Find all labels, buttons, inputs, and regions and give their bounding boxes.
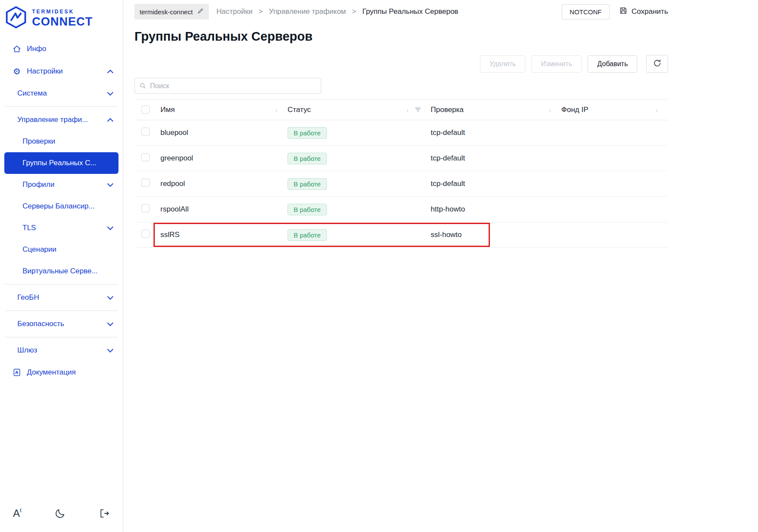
column-label: Фонд IP — [561, 106, 588, 114]
table-row[interactable]: sslRSВ работеssl-howto — [134, 222, 668, 248]
sort-icon[interactable]: ↓ — [549, 106, 552, 113]
divider — [5, 106, 118, 107]
sort-icon[interactable]: ↓ — [656, 106, 659, 113]
status-badge: В работе — [288, 153, 327, 164]
chevron-up-icon — [107, 68, 113, 74]
table-row[interactable]: bluepoolВ работеtcp-default — [134, 120, 668, 146]
sidebar-item-gateway[interactable]: Шлюз — [4, 340, 118, 361]
row-checkbox-cell — [141, 179, 160, 189]
termidesk-logo-icon — [4, 6, 28, 31]
chevron-down-icon — [107, 225, 113, 231]
sidebar-nav: Инфо ⚙ Настройки Система Управление траф… — [0, 37, 123, 500]
chevron-down-icon — [107, 182, 113, 188]
sidebar-item-label: Сценарии — [22, 245, 113, 254]
select-all-checkbox[interactable] — [141, 106, 150, 114]
sidebar-item-security[interactable]: Безопасность — [4, 313, 118, 335]
sort-icon[interactable]: ↓ — [275, 106, 278, 113]
pencil-icon — [197, 8, 204, 16]
instance-chip[interactable]: termidesk-connect — [134, 4, 209, 19]
table-row[interactable]: greenpoolВ работеtcp-default — [134, 146, 668, 171]
sidebar-item-label: Инфо — [27, 45, 113, 53]
status-badge: В работе — [288, 229, 327, 241]
table-row[interactable]: redpoolВ работеtcp-default — [134, 171, 668, 197]
topbar-right: NOTCONF Сохранить — [562, 4, 668, 19]
sidebar-item-documentation[interactable]: Документация — [4, 361, 118, 384]
filter-icon[interactable] — [415, 106, 421, 113]
row-name: redpool — [160, 179, 288, 188]
sidebar-item-scenarios[interactable]: Сценарии — [4, 239, 118, 260]
sidebar-item-checks[interactable]: Проверки — [4, 131, 118, 152]
sidebar-item-tls[interactable]: TLS — [4, 217, 118, 239]
refresh-button[interactable] — [646, 55, 668, 73]
header-checkbox-cell — [141, 106, 160, 114]
documentation-icon — [12, 368, 22, 377]
main-area: termidesk-connect Настройки > Управление… — [123, 0, 679, 532]
search-input[interactable] — [134, 78, 321, 94]
row-checkbox[interactable] — [141, 179, 150, 187]
page-title: Группы Реальных Серверов — [134, 29, 668, 44]
column-header-status[interactable]: Статус ↓ — [288, 106, 431, 114]
sidebar-item-real-server-groups[interactable]: Группы Реальных С... — [4, 152, 118, 174]
page-content: Группы Реальных Серверов Удалить Изменит… — [123, 23, 679, 532]
sidebar-item-label: Управление трафи... — [17, 115, 102, 124]
status-badge: В работе — [288, 178, 327, 190]
edit-button[interactable]: Изменить — [531, 55, 582, 73]
chevron-down-icon — [107, 347, 113, 353]
sidebar-item-label: TLS — [22, 224, 102, 232]
row-checkbox[interactable] — [141, 153, 150, 161]
table-row[interactable]: rspoolAllВ работеhttp-howto — [134, 197, 668, 222]
notconf-button[interactable]: NOTCONF — [562, 4, 609, 19]
brand-bottom-label: CONNECT — [32, 16, 93, 28]
divider — [5, 311, 118, 311]
row-checkbox[interactable] — [141, 128, 150, 136]
sidebar-item-info[interactable]: Инфо — [4, 38, 118, 60]
column-label: Проверка — [431, 106, 464, 114]
row-checkbox[interactable] — [141, 230, 150, 238]
row-checkbox[interactable] — [141, 204, 150, 212]
row-checkbox-cell — [141, 153, 160, 163]
sort-icon[interactable]: ↓ — [406, 106, 409, 113]
breadcrumb-separator: > — [352, 7, 356, 16]
add-button[interactable]: Добавить — [588, 55, 637, 73]
breadcrumb-settings[interactable]: Настройки — [217, 7, 253, 16]
logout-icon[interactable] — [99, 508, 110, 519]
theme-moon-icon[interactable] — [54, 508, 66, 519]
column-header-name[interactable]: Имя ↓ — [160, 106, 288, 114]
status-badge: В работе — [288, 204, 327, 215]
save-button[interactable]: Сохранить — [619, 6, 668, 17]
sidebar-item-label: Профили — [22, 180, 102, 189]
sidebar-item-virtual-servers[interactable]: Виртуальные Серве... — [4, 260, 118, 282]
delete-button[interactable]: Удалить — [480, 55, 525, 73]
row-checkbox-cell — [141, 204, 160, 215]
breadcrumb-traffic-management[interactable]: Управление трафиком — [269, 7, 346, 16]
column-header-ip-pool[interactable]: Фонд IP ↓ — [561, 106, 668, 114]
gear-icon: ⚙ — [12, 67, 22, 76]
chevron-up-icon — [107, 117, 113, 123]
brand-top-label: TERMIDESK — [32, 9, 93, 14]
topbar: termidesk-connect Настройки > Управление… — [123, 0, 679, 23]
row-status-cell: В работе — [288, 204, 431, 215]
row-name: sslRS — [160, 231, 288, 239]
sidebar-item-geobn[interactable]: ГеоБН — [4, 287, 118, 308]
row-name: greenpool — [160, 154, 288, 163]
brand-logo[interactable]: TERMIDESK CONNECT — [0, 0, 123, 37]
real-server-groups-table: Имя ↓ Статус ↓ — [134, 99, 668, 248]
refresh-icon — [653, 59, 662, 69]
actions-row: Удалить Изменить Добавить — [134, 55, 668, 73]
divider — [5, 284, 118, 285]
sidebar-item-label: Шлюз — [17, 346, 102, 355]
sidebar-footer: A t — [0, 500, 123, 532]
column-header-check[interactable]: Проверка ↓ — [431, 106, 561, 114]
sidebar-item-system[interactable]: Система — [4, 83, 118, 104]
row-status-cell: В работе — [288, 153, 431, 164]
row-status-cell: В работе — [288, 229, 431, 241]
font-size-icon[interactable]: A t — [13, 508, 22, 519]
save-button-label: Сохранить — [632, 7, 668, 16]
sidebar-item-label: Безопасность — [17, 320, 102, 328]
sidebar-item-profiles[interactable]: Профили — [4, 174, 118, 195]
sidebar-item-traffic-management[interactable]: Управление трафи... — [4, 109, 118, 131]
sidebar-item-balancing-servers[interactable]: Серверы Балансир... — [4, 195, 118, 217]
sidebar-item-settings[interactable]: ⚙ Настройки — [4, 60, 118, 83]
row-checkbox-cell — [141, 128, 160, 138]
row-check: tcp-default — [431, 179, 561, 188]
